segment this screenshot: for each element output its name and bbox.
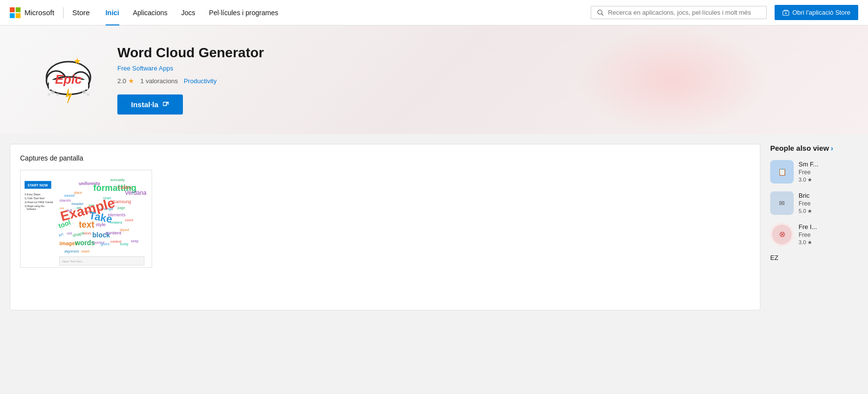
- svg-rect-18: [163, 102, 167, 105]
- brand: Microsoft Store: [10, 7, 90, 18]
- related-app-1-info: Sm F... Free 3.0 ★: [799, 161, 818, 183]
- open-store-label: Obri l'aplicació Store: [792, 9, 850, 16]
- related-app-3-name: Fre I...: [799, 223, 817, 231]
- svg-text:place: place: [74, 191, 82, 195]
- related-app-2-name: Bric: [799, 192, 812, 199]
- related-app-2-rating: 5.0 ★: [799, 208, 812, 214]
- svg-text:START NOW: START NOW: [27, 184, 48, 187]
- rating-value: 2.0: [117, 77, 126, 85]
- nav-links: Inici Aplicacions Jocs Pel·lícules i pro…: [100, 0, 284, 25]
- sidebar-panel: People also view › 📋 Sm F... Free 3.0 ★: [760, 144, 858, 269]
- screenshot-image: START NOW 3 Easy Steps: 1) Click 'Start …: [20, 170, 152, 268]
- search-icon: [597, 9, 604, 16]
- app-icon-container: ★ Epic: [39, 50, 98, 109]
- people-also-view-label: People also view: [770, 144, 829, 152]
- svg-text:stands: stands: [60, 198, 71, 203]
- svg-text:content: content: [106, 230, 122, 235]
- related-app-2-price: Free: [799, 200, 812, 207]
- svg-point-13: [51, 90, 55, 94]
- app-icon: ★ Epic: [39, 50, 98, 109]
- hero-info: Word Cloud Generator Free Software Apps …: [117, 45, 829, 115]
- svg-text:1) Click 'Start Now': 1) Click 'Start Now': [24, 197, 45, 200]
- open-store-button[interactable]: Obri l'aplicació Store: [775, 5, 858, 20]
- rating-stars: 2.0 ★: [117, 77, 134, 85]
- star-icon: ★: [128, 77, 134, 85]
- nav-jocs[interactable]: Jocs: [176, 0, 201, 25]
- svg-text:elements: elements: [108, 212, 126, 217]
- svg-text:related: related: [111, 220, 122, 225]
- svg-line-19: [166, 102, 168, 104]
- related-app-1-icon: 📋: [770, 160, 794, 184]
- related-app-3-rating: 3.0 ★: [799, 239, 817, 246]
- related-app-3[interactable]: ⊗ Fre I... Free 3.0 ★: [770, 223, 853, 246]
- search-input[interactable]: [608, 9, 760, 16]
- svg-text:2) Read our FREE Tutorial: 2) Read our FREE Tutorial: [24, 201, 53, 204]
- svg-text:Samsung: Samsung: [112, 199, 131, 204]
- svg-text:style: style: [96, 222, 106, 227]
- svg-text:sizes: sizes: [84, 232, 91, 235]
- nav-inici[interactable]: Inici: [100, 0, 125, 25]
- svg-text:annually: annually: [111, 178, 125, 182]
- svg-text:★: ★: [73, 56, 81, 66]
- microsoft-logo: [10, 7, 21, 18]
- svg-text:✉: ✉: [779, 199, 785, 207]
- content-area: Captures de pantalla START NOW 3 Easy St…: [0, 134, 868, 320]
- svg-text:gives: gives: [101, 242, 110, 246]
- navbar: Microsoft Store Inici Aplicacions Jocs P…: [0, 0, 868, 25]
- related-app-2-info: Bric Free 5.0 ★: [799, 192, 812, 214]
- svg-text:📋: 📋: [778, 168, 787, 176]
- svg-text:alignment: alignment: [64, 250, 79, 254]
- svg-text:⊗: ⊗: [779, 230, 785, 238]
- search-bar[interactable]: [591, 6, 767, 19]
- svg-text:keep: keep: [131, 239, 138, 243]
- nav-pellicules[interactable]: Pel·lícules i programes: [203, 0, 284, 25]
- rating-count: 1 valoracions: [140, 77, 178, 85]
- related-app-3-info: Fre I... Free 3.0 ★: [799, 223, 817, 246]
- related-app-1-rating: 3.0 ★: [799, 177, 818, 183]
- screenshots-title: Captures de pantalla: [20, 154, 750, 162]
- hero-section: ★ Epic Word Cloud Generator Free Softwar…: [0, 25, 868, 134]
- install-label: Instal·la: [131, 100, 158, 109]
- word-cloud-svg: START NOW 3 Easy Steps: 1) Click 'Start …: [21, 170, 152, 267]
- store-label: Store: [72, 8, 90, 17]
- chevron-right-icon[interactable]: ›: [831, 144, 833, 152]
- related-app-1[interactable]: 📋 Sm F... Free 3.0 ★: [770, 160, 853, 184]
- svg-text:layout: layout: [120, 228, 129, 232]
- hero-publisher[interactable]: Free Software Apps: [117, 65, 829, 72]
- svg-text:3 Easy Steps:: 3 Easy Steps:: [24, 193, 41, 196]
- hero-meta: 2.0 ★ 1 valoracions Productivity: [117, 77, 829, 85]
- svg-text:insert: insert: [81, 250, 89, 253]
- svg-text:page: page: [117, 206, 125, 210]
- brand-divider: [63, 7, 64, 18]
- svg-point-17: [87, 93, 89, 96]
- related-app-4-name: EZ: [770, 254, 779, 261]
- hero-category[interactable]: Productivity: [184, 77, 217, 85]
- people-also-view: People also view ›: [770, 144, 853, 152]
- related-app-4-info: EZ: [770, 254, 779, 261]
- svg-text:use: use: [67, 232, 72, 235]
- svg-point-16: [82, 90, 86, 94]
- install-button[interactable]: Instal·la: [117, 94, 183, 115]
- svg-text:Epic: Epic: [55, 72, 82, 87]
- external-link-icon: [162, 101, 169, 108]
- store-icon: [782, 9, 789, 16]
- nav-aplicacions[interactable]: Aplicacions: [127, 0, 174, 25]
- svg-point-15: [47, 93, 50, 96]
- related-app-3-icon: ⊗: [770, 223, 794, 246]
- svg-text:easier: easier: [64, 193, 75, 198]
- screenshots-panel: Captures de pantalla START NOW 3 Easy St…: [10, 144, 760, 310]
- related-app-3-price: Free: [799, 232, 817, 238]
- svg-text:Software: Software: [26, 208, 36, 210]
- svg-text:text: text: [79, 220, 94, 230]
- related-app-2[interactable]: ✉ Bric Free 5.0 ★: [770, 191, 853, 215]
- svg-text:Verdana: Verdana: [125, 189, 147, 196]
- related-app-2-icon: ✉: [770, 191, 794, 215]
- related-app-1-price: Free: [799, 169, 818, 176]
- brand-name: Microsoft: [24, 8, 54, 17]
- svg-line-1: [601, 14, 603, 15]
- hero-title: Word Cloud Generator: [117, 45, 829, 61]
- svg-text:Algue Text here...: Algue Text here...: [62, 260, 85, 263]
- related-app-4[interactable]: EZ: [770, 254, 853, 261]
- svg-text:body: body: [120, 242, 128, 246]
- svg-point-14: [56, 93, 59, 96]
